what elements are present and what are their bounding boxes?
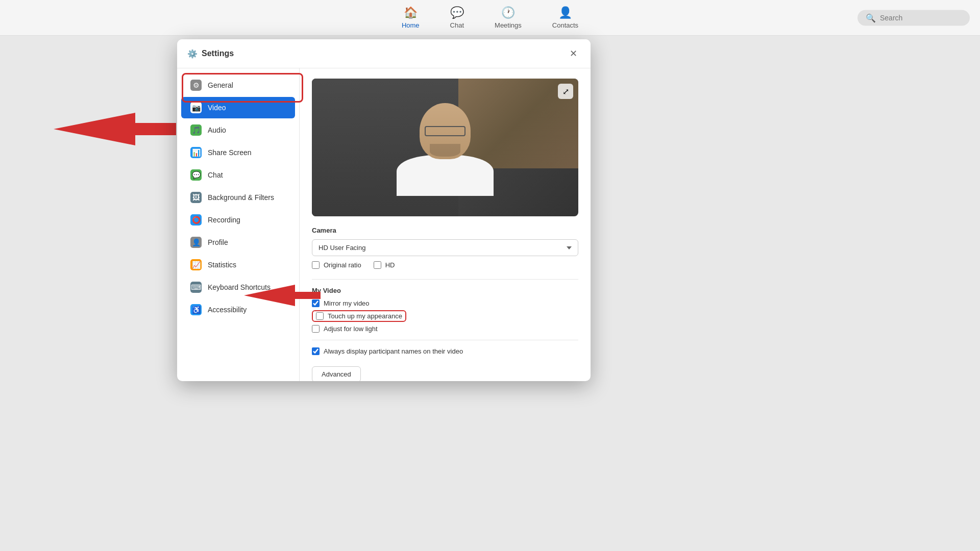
video-icon: 📷 xyxy=(190,102,202,113)
settings-content: ⤢ Camera HD User Facing Original ratio H… xyxy=(300,68,591,381)
hd-row: HD xyxy=(374,261,395,269)
nav-meetings[interactable]: 🕐 Meetings xyxy=(495,6,522,29)
svg-marker-1 xyxy=(244,285,321,306)
sidebar-item-statistics[interactable]: 📈 Statistics xyxy=(181,254,295,276)
sidebar-item-recording[interactable]: ⭕ Recording xyxy=(181,209,295,231)
nav-meetings-label: Meetings xyxy=(495,21,522,29)
keyboard-icon: ⌨ xyxy=(190,282,202,293)
stats-icon: 📈 xyxy=(190,259,202,270)
touch-up-label: Touch up my appearance xyxy=(328,312,402,320)
nav-chat[interactable]: 💬 Chat xyxy=(450,6,464,29)
chat-sidebar-icon: 💬 xyxy=(190,169,202,181)
sidebar-label-share: Share Screen xyxy=(208,148,252,157)
sidebar-label-chat: Chat xyxy=(208,171,223,179)
my-video-label: My Video xyxy=(312,287,578,294)
low-light-label: Adjust for low light xyxy=(324,325,378,333)
sidebar-item-share-screen[interactable]: 📊 Share Screen xyxy=(181,142,295,163)
nav-chat-label: Chat xyxy=(450,21,464,29)
advanced-button[interactable]: Advanced xyxy=(312,366,361,381)
sidebar-label-bg: Background & Filters xyxy=(208,193,274,202)
sidebar-item-chat[interactable]: 💬 Chat xyxy=(181,164,295,186)
dialog-title: ⚙️ Settings xyxy=(187,49,234,59)
mirror-label: Mirror my video xyxy=(324,299,370,307)
sidebar-item-video[interactable]: 📷 Video xyxy=(181,97,295,118)
search-bar[interactable]: 🔍 xyxy=(857,10,970,26)
profile-icon: 👤 xyxy=(190,237,202,248)
topbar: 🏠 Home 💬 Chat 🕐 Meetings 👤 Contacts 🔍 xyxy=(0,0,980,36)
nav-items: 🏠 Home 💬 Chat 🕐 Meetings 👤 Contacts xyxy=(402,6,578,29)
camera-section-label: Camera xyxy=(312,227,578,234)
recording-icon: ⭕ xyxy=(190,214,202,226)
search-icon: 🔍 xyxy=(866,13,876,22)
touch-up-row: Touch up my appearance xyxy=(312,310,578,322)
camera-preview: ⤢ xyxy=(312,79,578,216)
dialog-titlebar: ⚙️ Settings ✕ xyxy=(177,39,591,68)
settings-icon: ⚙️ xyxy=(187,49,198,59)
close-button[interactable]: ✕ xyxy=(566,46,580,61)
general-icon: ⚙ xyxy=(190,80,202,91)
original-ratio-row: Original ratio xyxy=(312,261,361,269)
arrow-left xyxy=(54,110,176,148)
touch-up-checkbox[interactable] xyxy=(316,312,324,320)
mirror-video-row: Mirror my video xyxy=(312,299,578,307)
sidebar-label-recording: Recording xyxy=(208,216,240,224)
chat-icon: 💬 xyxy=(450,6,464,19)
access-icon: ♿ xyxy=(190,304,202,315)
low-light-checkbox[interactable] xyxy=(312,325,320,333)
sidebar-item-general[interactable]: ⚙ General xyxy=(181,74,295,96)
original-ratio-checkbox[interactable] xyxy=(312,261,320,269)
settings-dialog: ⚙️ Settings ✕ ⚙ General 📷 Video 🎵 Audio … xyxy=(177,39,591,381)
search-input[interactable] xyxy=(880,14,962,22)
sidebar-item-background[interactable]: 🖼 Background & Filters xyxy=(181,187,295,208)
sidebar-label-access: Accessibility xyxy=(208,306,247,314)
nav-home-label: Home xyxy=(402,21,420,29)
home-icon: 🏠 xyxy=(404,6,418,19)
participant-names-checkbox[interactable] xyxy=(312,347,320,355)
sidebar-label-video: Video xyxy=(208,104,226,112)
touch-up-highlight-box: Touch up my appearance xyxy=(312,310,406,322)
participant-names-row: Always display participant names on thei… xyxy=(312,347,578,355)
sidebar-item-audio[interactable]: 🎵 Audio xyxy=(181,119,295,141)
meetings-icon: 🕐 xyxy=(501,6,515,19)
sidebar-label-profile: Profile xyxy=(208,238,228,246)
audio-icon: 🎵 xyxy=(190,124,202,136)
hd-checkbox[interactable] xyxy=(374,261,381,269)
camera-expand-button[interactable]: ⤢ xyxy=(558,84,573,99)
nav-home[interactable]: 🏠 Home xyxy=(402,6,420,29)
arrow-right xyxy=(244,282,321,309)
contacts-icon: 👤 xyxy=(558,6,572,19)
share-icon: 📊 xyxy=(190,147,202,158)
nav-contacts-label: Contacts xyxy=(552,21,578,29)
nav-contacts[interactable]: 👤 Contacts xyxy=(552,6,578,29)
section-divider-2 xyxy=(312,340,578,340)
settings-sidebar: ⚙ General 📷 Video 🎵 Audio 📊 Share Screen… xyxy=(177,68,300,381)
sidebar-label-general: General xyxy=(208,81,233,89)
sidebar-item-profile[interactable]: 👤 Profile xyxy=(181,232,295,253)
section-divider xyxy=(312,279,578,280)
bg-icon: 🖼 xyxy=(190,192,202,203)
low-light-row: Adjust for low light xyxy=(312,325,578,333)
sidebar-label-audio: Audio xyxy=(208,126,226,134)
participant-names-label: Always display participant names on thei… xyxy=(324,347,463,355)
sidebar-label-stats: Statistics xyxy=(208,261,236,269)
hd-label: HD xyxy=(385,261,395,269)
original-ratio-label: Original ratio xyxy=(324,261,361,269)
dialog-body: ⚙ General 📷 Video 🎵 Audio 📊 Share Screen… xyxy=(177,68,591,381)
camera-select[interactable]: HD User Facing xyxy=(312,239,578,256)
svg-marker-0 xyxy=(54,113,176,145)
